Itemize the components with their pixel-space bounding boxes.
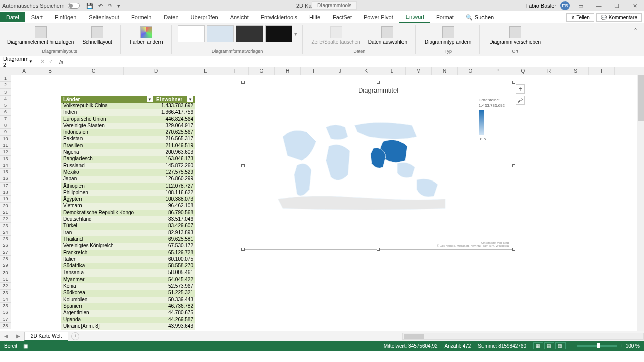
chart-elements-button[interactable]: + (516, 84, 525, 94)
row-header[interactable]: 12 (0, 149, 11, 155)
map-chart[interactable]: Diagrammtitel Datenreihe1 1.433.783.692 … (243, 82, 514, 250)
row-header[interactable]: 32 (0, 283, 11, 289)
select-all-corner[interactable] (0, 67, 11, 75)
chart-style-4[interactable] (265, 25, 292, 42)
table-row[interactable]: Vereinigte Staaten329.064.917 (61, 123, 195, 129)
collapse-ribbon-icon[interactable]: ⌃ (631, 25, 640, 54)
table-row[interactable]: Südkorea51.225.321 (61, 290, 195, 296)
col-header[interactable]: T (589, 67, 615, 75)
tab-format[interactable]: Format (430, 12, 460, 22)
vertical-scrollbar[interactable] (637, 67, 644, 331)
redo-icon[interactable]: ↷ (108, 3, 112, 9)
tab-einfügen[interactable]: Einfügen (49, 12, 83, 22)
resize-handle[interactable] (377, 81, 380, 84)
table-row[interactable]: Kenia52.573.967 (61, 283, 195, 290)
col-header[interactable]: Q (510, 67, 536, 75)
close-icon[interactable]: ✕ (628, 3, 642, 9)
save-icon[interactable]: 💾 (86, 3, 93, 9)
table-row[interactable]: Südafrika58.558.270 (61, 263, 195, 269)
table-row[interactable]: Brasilien211.049.519 (61, 143, 195, 149)
table-row[interactable]: Ägypten100.388.073 (61, 196, 195, 203)
table-row[interactable]: Vereinigtes Königreich67.530.172 (61, 243, 195, 249)
view-page-break-icon[interactable]: ▧ (555, 342, 566, 349)
table-row[interactable]: Türkei83.429.607 (61, 223, 195, 229)
row-header[interactable]: 29 (0, 262, 11, 269)
name-box[interactable]: Diagramm 2▼ (0, 56, 36, 68)
col-header[interactable]: M (406, 67, 432, 75)
col-header[interactable]: K (353, 67, 379, 75)
column-headers[interactable]: ABCDEFGHIJKLMNOPQRST (11, 67, 637, 75)
row-header[interactable]: 30 (0, 269, 11, 276)
table-row[interactable]: Deutschland83.517.046 (61, 216, 195, 223)
table-row[interactable]: Russland145.872.260 (61, 163, 195, 169)
table-row[interactable]: Bangladesch163.046.173 (61, 156, 195, 162)
col-header[interactable]: B (37, 67, 63, 75)
row-header[interactable]: 18 (0, 189, 11, 196)
table-row[interactable]: Japan126.860.299 (61, 176, 195, 183)
resize-handle[interactable] (242, 164, 245, 167)
row-header[interactable]: 37 (0, 316, 11, 323)
col-header[interactable]: C (63, 67, 124, 75)
zoom-in-icon[interactable]: + (620, 343, 623, 349)
change-chart-type-button[interactable]: Diagrammtyp ändern (422, 25, 474, 46)
col-header[interactable]: H (275, 67, 301, 75)
row-header[interactable]: 23 (0, 223, 11, 229)
row-header[interactable]: 5 (0, 102, 11, 109)
row-header[interactable]: 2 (0, 82, 11, 88)
table-row[interactable]: Indien1.366.417.756 (61, 109, 195, 116)
row-header[interactable]: 25 (0, 236, 11, 242)
table-row[interactable]: Volksrepublik China1.433.783.692 (61, 103, 195, 109)
col-header[interactable]: G (249, 67, 275, 75)
filter-icon[interactable]: ▼ (147, 96, 153, 102)
row-header[interactable]: 33 (0, 290, 11, 296)
row-header[interactable]: 26 (0, 242, 11, 249)
row-headers[interactable]: 1234567891011121314151617181920212223242… (0, 75, 11, 329)
fx-icon[interactable]: fx (57, 59, 66, 65)
col-header[interactable]: F (222, 67, 249, 75)
table-row[interactable]: Philippinen108.116.622 (61, 190, 195, 196)
col-header[interactable]: R (536, 67, 562, 75)
table-row[interactable]: Iran82.913.893 (61, 230, 195, 236)
row-header[interactable]: 11 (0, 142, 11, 149)
formula-input[interactable] (66, 58, 644, 65)
chart-styles-button[interactable]: 🖌 (516, 96, 525, 105)
tab-power pivot[interactable]: Power Pivot (358, 12, 399, 22)
minimize-icon[interactable]: — (592, 3, 606, 9)
quick-layout-button[interactable]: Schnelllayout (79, 25, 115, 46)
move-chart-button[interactable]: Diagramm verschieben (486, 25, 544, 46)
col-header[interactable]: I (301, 67, 327, 75)
table-row[interactable]: Mexiko127.575.529 (61, 169, 195, 176)
table-row[interactable]: Indonesien270.625.567 (61, 129, 195, 136)
col-header-country[interactable]: Länder▼ (61, 96, 154, 103)
table-row[interactable]: Nigeria200.963.603 (61, 149, 195, 156)
row-header[interactable]: 22 (0, 216, 11, 222)
row-header[interactable]: 38 (0, 323, 11, 329)
row-header[interactable]: 14 (0, 162, 11, 169)
avatar[interactable]: FB (560, 1, 570, 10)
col-header[interactable]: L (379, 67, 406, 75)
tab-file[interactable]: Datei (0, 12, 25, 22)
chart-style-3[interactable] (236, 25, 263, 42)
col-header[interactable]: J (327, 67, 353, 75)
table-row[interactable]: Argentinien44.780.675 (61, 310, 195, 316)
chart-style-2[interactable] (207, 25, 234, 42)
view-page-layout-icon[interactable]: ▤ (544, 342, 554, 349)
horizontal-scrollbar[interactable] (403, 333, 644, 340)
search-label[interactable]: Suchen (475, 14, 494, 20)
col-header[interactable]: P (484, 67, 510, 75)
row-header[interactable]: 17 (0, 183, 11, 189)
row-header[interactable]: 4 (0, 96, 11, 102)
row-header[interactable]: 9 (0, 129, 11, 135)
tab-factset[interactable]: FactSet (327, 12, 358, 22)
change-colors-button[interactable]: Farben ändern (127, 25, 166, 46)
table-row[interactable]: Demokratische Republik Kongo86.790.568 (61, 210, 195, 216)
row-header[interactable]: 27 (0, 249, 11, 256)
undo-icon[interactable]: ↶ (98, 3, 103, 9)
resize-handle[interactable] (242, 81, 245, 84)
resize-handle[interactable] (377, 248, 380, 251)
col-header-population[interactable]: Einwohner▼ (154, 96, 195, 103)
col-header[interactable]: D (124, 67, 189, 75)
sheet-nav-next[interactable]: ▶ (12, 333, 24, 339)
tab-überprüfen[interactable]: Überprüfen (185, 12, 224, 22)
table-row[interactable]: Ukraine[Anm. 8]43.993.643 (61, 323, 195, 330)
